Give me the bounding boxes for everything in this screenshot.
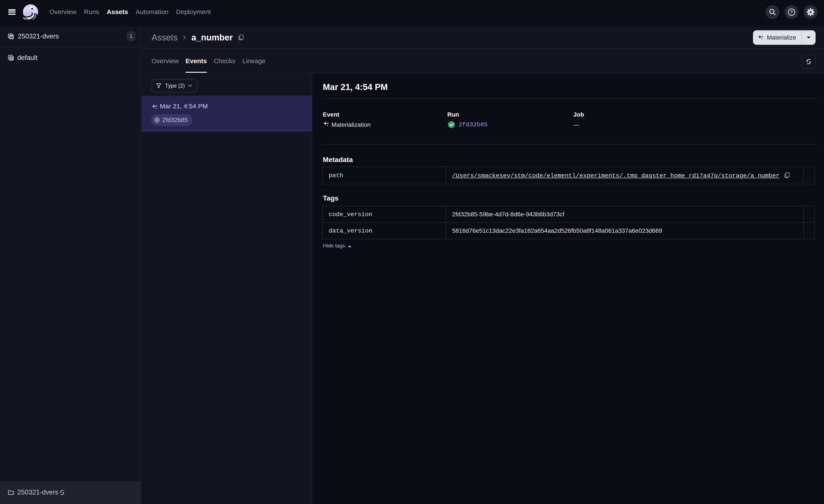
svg-text:?: ?: [790, 10, 793, 14]
